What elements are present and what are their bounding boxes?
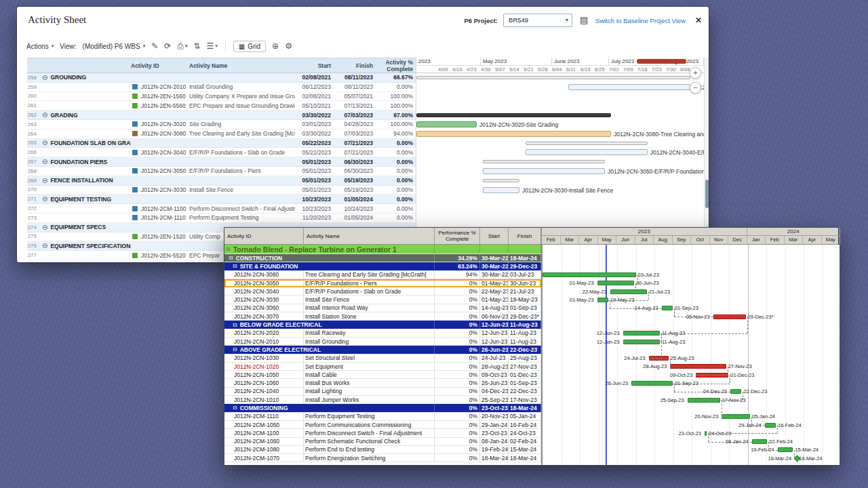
gantt-bar[interactable] bbox=[765, 423, 776, 428]
collapse-icon[interactable]: ⊖ bbox=[42, 111, 47, 119]
collapse-icon[interactable]: ⊟ bbox=[229, 255, 233, 261]
activity-row[interactable]: 265⊖FOUNDATION SLAB ON GRADE05/22/202307… bbox=[27, 139, 416, 148]
column-header-activity-id[interactable]: Activity ID bbox=[224, 228, 304, 244]
gantt-bar[interactable] bbox=[416, 113, 611, 117]
gantt-bar[interactable] bbox=[483, 187, 519, 193]
activity-row[interactable]: J012N-2CM-1060Perform Schematic Function… bbox=[224, 438, 541, 446]
gantt-bar[interactable] bbox=[568, 84, 690, 90]
column-header-activity-id[interactable]: Activity ID bbox=[131, 58, 189, 73]
gantt-bar[interactable] bbox=[778, 447, 793, 452]
collapse-icon[interactable]: ⊟ bbox=[233, 322, 237, 328]
activity-row[interactable]: J012N-2CN-1040Install Lighting0%04-Dec-2… bbox=[224, 388, 541, 396]
gantt-bar[interactable] bbox=[713, 314, 746, 319]
gantt-bar[interactable] bbox=[483, 160, 605, 163]
activity-row[interactable]: 258⊖GROUNDING02/08/202108/11/202366.67% bbox=[27, 73, 416, 83]
project-dropdown[interactable]: BR549 ▾ bbox=[503, 14, 572, 27]
collapse-icon[interactable]: ⊟ bbox=[226, 246, 231, 252]
gantt-bar[interactable] bbox=[542, 272, 636, 277]
collapse-icon[interactable]: ⊟ bbox=[233, 346, 237, 352]
activity-row[interactable]: J012N-2CM-1080Perform End to End testing… bbox=[224, 446, 541, 454]
gantt-bar[interactable] bbox=[416, 131, 611, 137]
activity-row[interactable]: 266J012N-2CN-3040E/F/R/P Foundations - S… bbox=[27, 148, 416, 157]
zoom-out-button[interactable]: − bbox=[690, 82, 701, 94]
menu-button[interactable]: ☰ ▾ bbox=[206, 41, 217, 51]
gantt-bar[interactable] bbox=[483, 179, 519, 182]
collapse-icon[interactable]: ⊖ bbox=[42, 224, 47, 231]
collapse-icon[interactable]: ⊖ bbox=[42, 242, 47, 249]
refresh-icon[interactable]: ⟳ bbox=[164, 41, 171, 51]
close-icon[interactable]: ✕ bbox=[695, 16, 702, 25]
activity-row[interactable]: 270J012N-2CN-3030Install Site Fence05/01… bbox=[27, 186, 416, 195]
activity-row[interactable]: 272J012N-2CM-1100Perform Disconnect Swit… bbox=[27, 204, 416, 214]
gantt-bar[interactable] bbox=[416, 76, 690, 79]
activity-row[interactable]: J012N-2CN-1050Install Cable0%09-Oct-2301… bbox=[224, 371, 541, 379]
print-button[interactable]: ⎙ ▾ bbox=[177, 41, 187, 51]
activity-row[interactable]: J012N-2CM-1100Perform Disconnect Switch … bbox=[224, 429, 541, 437]
actions-menu[interactable]: Actions ▾ bbox=[26, 43, 54, 50]
activity-row[interactable]: J012N-2CN-3040E/F/R/P Foundations - Slab… bbox=[224, 287, 541, 296]
gantt-bar[interactable] bbox=[662, 306, 673, 310]
activity-row[interactable]: ⊟BELOW GRADE ELECTRICAL0%12-Jun-2311-Aug… bbox=[224, 321, 541, 329]
gantt-bar[interactable] bbox=[526, 142, 648, 145]
column-header-activity-name[interactable]: Activity Name bbox=[304, 228, 435, 244]
activity-row[interactable]: 259J012N-2CN-2010Install Grounding06/12/… bbox=[27, 83, 416, 92]
sort-icon[interactable]: ⇅ bbox=[193, 41, 200, 51]
collapse-icon[interactable]: ⊟ bbox=[233, 263, 237, 269]
grid-view-button[interactable]: ▦ Grid bbox=[233, 41, 266, 52]
gantt-bar[interactable] bbox=[752, 439, 768, 444]
activity-row[interactable]: ⊟Tornado Blend - Replace Turbine on Gene… bbox=[224, 245, 541, 254]
activity-row[interactable]: J012N-2CN-2010Install Grounding0%12-Jun-… bbox=[224, 338, 541, 346]
activity-row[interactable]: J012N-2CM-1050Perform Communications Com… bbox=[224, 421, 541, 429]
activity-row[interactable]: 269⊖FENCE INSTALLATION05/01/202305/19/20… bbox=[27, 176, 416, 186]
column-header-performance-pct[interactable]: Performance % Complete bbox=[435, 228, 480, 244]
collapse-icon[interactable]: ⊖ bbox=[42, 139, 47, 146]
activity-row[interactable]: J012N-2CN-3080Tree Clearing and Early Si… bbox=[224, 271, 541, 279]
locate-icon[interactable]: ⊕ bbox=[272, 41, 279, 51]
edit-icon[interactable]: ✎ bbox=[151, 41, 158, 51]
activity-row[interactable]: J012N-2CM-1070Perform Energization Switc… bbox=[224, 454, 541, 462]
activity-row[interactable]: J012N-2CN-3060Install Interior Road Way0… bbox=[224, 304, 541, 312]
gantt-bar[interactable] bbox=[526, 149, 648, 155]
column-header-pct[interactable]: Activity % Complete bbox=[378, 58, 416, 73]
gantt-bar[interactable] bbox=[730, 389, 741, 394]
collapse-icon[interactable]: ⊖ bbox=[42, 158, 47, 165]
activity-row[interactable]: J012N-2CN-1060Install Bus Works0%26-Jun-… bbox=[224, 379, 541, 387]
activity-row[interactable]: 268J012N-2CN-3050E/F/R/P Foundations - P… bbox=[27, 167, 416, 176]
activity-row[interactable]: J012N-2CN-1020Set Equipment0%28-Aug-2327… bbox=[224, 363, 541, 371]
activity-row[interactable]: 263J012N-2CN-3020Site Grading03/01/20230… bbox=[27, 120, 416, 129]
column-header-start[interactable]: Start bbox=[480, 228, 509, 244]
activity-row[interactable]: ⊟SITE & FOUNDATION63.24%30-Mar-22 A29-De… bbox=[224, 262, 541, 270]
gantt-bar[interactable] bbox=[722, 414, 750, 419]
activity-row[interactable]: ⊟ABOVE GRADE ELECTRICAL0%26-Jun-2322-Dec… bbox=[224, 346, 541, 354]
activity-row[interactable]: 264J012N-2CN-3080Tree Clearing and Early… bbox=[27, 129, 416, 139]
activity-row[interactable]: J012N-2CM-1110Perform Equipment Testing0… bbox=[224, 413, 541, 421]
activity-row[interactable]: 271⊖EQUIPMENT TESTING10/23/202301/05/202… bbox=[27, 195, 416, 204]
column-header-finish[interactable]: Finish bbox=[509, 228, 541, 244]
collapse-icon[interactable]: ⊟ bbox=[233, 405, 237, 411]
activity-row[interactable]: J012N-2CN-3050E/F/R/P Foundations - Pier… bbox=[224, 279, 541, 287]
column-header-start[interactable]: Start bbox=[295, 58, 336, 73]
activity-row[interactable]: J012N-2CN-3070Install Station Stone0%06-… bbox=[224, 312, 541, 321]
collapse-icon[interactable]: ⊖ bbox=[42, 177, 47, 184]
gantt-bar[interactable] bbox=[416, 121, 477, 127]
activity-row[interactable]: ⊟CONSTRUCTION34.29%30-Mar-22 A18-Mar-24 bbox=[224, 254, 541, 262]
activity-row[interactable]: 262⊖GRADING03/30/202207/03/202397.00% bbox=[27, 110, 416, 120]
switch-baseline-link[interactable]: Switch to Baseline Project View bbox=[595, 17, 686, 24]
activity-row[interactable]: 267⊖FOUNDATION PIERS05/01/202306/30/2023… bbox=[27, 157, 416, 167]
activity-row[interactable]: J012N-2CN-1030Set Structural Steel0%24-J… bbox=[224, 354, 541, 363]
activity-row[interactable]: J012N-2CN-3030Install Site Fence0%01-May… bbox=[224, 296, 541, 304]
activity-row[interactable]: 273J012N-2CM-1110Perform Equipment Testi… bbox=[27, 214, 416, 223]
zoom-in-button[interactable]: + bbox=[690, 67, 701, 79]
collapse-icon[interactable]: ⊖ bbox=[42, 195, 47, 203]
activity-row[interactable]: J012N-2CN-2020Install Raceway0%12-Jun-23… bbox=[224, 329, 541, 338]
scrollbar-thumb[interactable] bbox=[705, 180, 709, 208]
column-header-finish[interactable]: Finish bbox=[336, 58, 378, 73]
activity-row[interactable]: J012N-2CN-1010Install Jumper Works0%25-S… bbox=[224, 396, 541, 404]
column-header-activity-name[interactable]: Activity Name bbox=[189, 58, 295, 73]
activity-row[interactable]: 261J012N-2EN-5560EPC Prepare and Issue G… bbox=[27, 101, 416, 110]
activity-row[interactable]: ⊟COMMISSIONING0%23-Oct-2318-Mar-24 bbox=[224, 404, 541, 412]
settings-icon[interactable]: ⚙ bbox=[285, 41, 292, 51]
view-dropdown[interactable]: (Modified) P6 WBS ▾ bbox=[83, 43, 146, 50]
gantt-bar[interactable] bbox=[670, 364, 726, 369]
collapse-icon[interactable]: ⊖ bbox=[42, 74, 47, 81]
